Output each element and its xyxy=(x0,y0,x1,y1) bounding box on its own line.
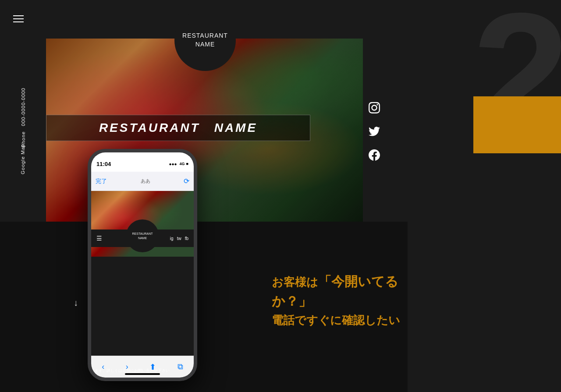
right-panel: 2 Template Pattern 中央のメイン画像の両サイドに SNSリンク… xyxy=(408,0,561,392)
phone-browser-bar: 完了 ああ ⟳ xyxy=(91,172,194,191)
phone-reload-button[interactable]: ⟳ xyxy=(184,177,189,185)
facebook-icon[interactable] xyxy=(367,148,381,162)
googlemap-label[interactable]: Google Map xyxy=(20,144,25,174)
phone-home-indicator xyxy=(125,373,160,375)
phone-label: Phone 000-0000-0000 xyxy=(20,88,27,147)
instagram-icon[interactable] xyxy=(367,101,381,115)
phone-status-bar: 11:04 ●●● 4G ■ xyxy=(91,152,194,172)
scroll-arrow: ↓ xyxy=(74,298,78,308)
phone-time: 11:04 xyxy=(96,161,111,167)
orange-accent-rect xyxy=(473,96,561,153)
phone-sns-icons: ig tw fb xyxy=(170,236,188,241)
phone-signal: ●●● 4G ■ xyxy=(169,162,188,166)
hero-banner: RESTAURANT NAME xyxy=(46,115,310,141)
japanese-line1: お客様は「今開いてるか？」 xyxy=(272,272,408,311)
phone-done-button[interactable]: 完了 xyxy=(96,177,107,185)
twitter-icon[interactable] xyxy=(367,124,381,138)
phone-share-button[interactable]: ⬆ xyxy=(149,362,156,372)
phone-mockup: 11:04 ●●● 4G ■ 完了 ああ ⟳ ☰ 📞 ig tw fb xyxy=(88,149,197,381)
sns-icons-group xyxy=(367,101,381,162)
logo-top-text: RESTAURANT NAME xyxy=(182,32,228,49)
phone-tabs-button[interactable]: ⧉ xyxy=(178,362,183,371)
japanese-text-section: お客様は「今開いてるか？」 電話ですぐに確認したい xyxy=(272,272,408,328)
phone-website-content: ☰ 📞 ig tw fb RESTAURANT NAME xyxy=(91,191,194,378)
hamburger-menu[interactable] xyxy=(13,13,24,25)
phone-forward-button[interactable]: › xyxy=(126,362,128,371)
phone-logo-circle: RESTAURANT NAME xyxy=(126,219,159,252)
phone-logo-text: RESTAURANT NAME xyxy=(132,232,153,240)
hero-banner-text: RESTAURANT NAME xyxy=(99,120,257,136)
phone-instagram-icon[interactable]: ig xyxy=(170,236,174,241)
logo-circle-top: RESTAURANT NAME xyxy=(174,10,236,71)
japanese-line2: 電話ですぐに確認したい xyxy=(272,313,408,328)
phone-hamburger-icon[interactable]: ☰ xyxy=(96,235,102,242)
phone-bottom-nav: ‹ › ⬆ ⧉ xyxy=(91,356,194,378)
main-area: RESTAURANT NAME RESTAURANT NAME Phone 00… xyxy=(0,0,408,392)
phone-facebook-icon[interactable]: fb xyxy=(185,236,188,241)
phone-back-button[interactable]: ‹ xyxy=(102,362,104,371)
phone-twitter-icon[interactable]: tw xyxy=(177,236,181,241)
